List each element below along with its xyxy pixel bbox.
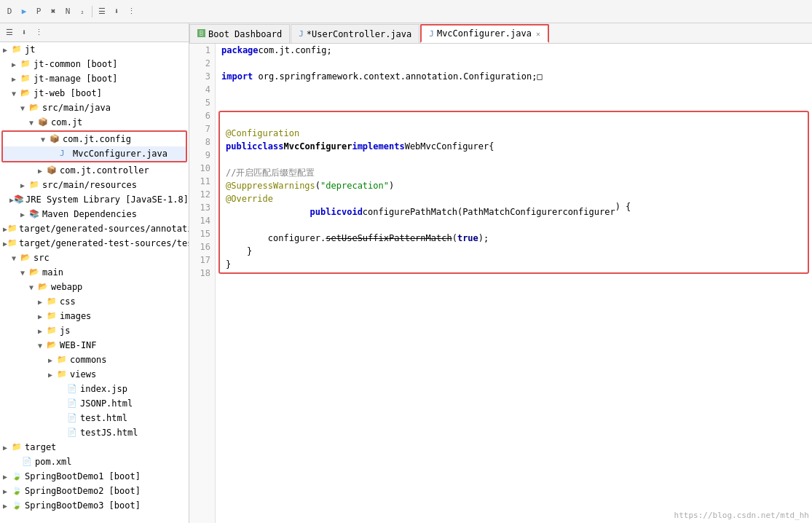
tab-bar: 🅱 Boot Dashboard J *UserController.java … <box>189 23 812 44</box>
tree-item-com-jt-controller[interactable]: ▶ 📦 com.jt.controller <box>0 163 189 178</box>
tree-item-com-jt[interactable]: ▼ 📦 com.jt <box>0 115 189 130</box>
sidebar-icon-down[interactable]: ⬇ <box>17 26 31 39</box>
tree-item-css[interactable]: ▶ 📁 css <box>0 294 189 309</box>
toolbar-icon-x[interactable]: ✖ <box>47 5 60 18</box>
toolbar-icon-d[interactable]: D <box>3 5 16 18</box>
tree-item-src-main-java[interactable]: ▼ 📂 src/main/java <box>0 101 189 115</box>
tree-item-src[interactable]: ▼ 📂 src <box>0 251 189 265</box>
folder-icon: 📂 <box>38 282 50 292</box>
package-icon: 📦 <box>50 134 61 144</box>
line-num-6: 6 <box>189 109 215 122</box>
tree-item-maven[interactable]: ▶ 📚 Maven Dependencies <box>0 207 189 221</box>
tree-item-index-jsp[interactable]: 📄 index.jsp <box>0 382 189 396</box>
toolbar-icon-layout[interactable]: ☰ <box>95 5 109 18</box>
tree-label: Maven Dependencies <box>42 209 137 219</box>
tab-label: Boot Dashboard <box>208 29 282 39</box>
toolbar-icon-play[interactable]: ▶ <box>17 5 31 18</box>
tree-label: target/generated-sources/annotati <box>19 224 189 234</box>
lib-icon: 📚 <box>29 209 41 219</box>
tree-item-webapp[interactable]: ▼ 📂 webapp <box>0 280 189 294</box>
tree-item-images[interactable]: ▶ 📁 images <box>0 309 189 323</box>
line-num-9: 9 <box>189 149 215 162</box>
toolbar-icon-n[interactable]: N <box>61 5 74 18</box>
tree-item-webinf[interactable]: ▼ 📂 WEB-INF <box>0 338 189 353</box>
tab-close-button[interactable]: ✕ <box>536 30 540 38</box>
tree-label: testJS.html <box>80 428 138 438</box>
tree-arrow: ▶ <box>3 502 12 510</box>
code-line-15: configurer.setUseSuffixPatternMatch(true… <box>220 232 808 245</box>
tab-user-controller[interactable]: J *UserController.java <box>291 24 419 43</box>
folder-icon: 📂 <box>29 103 41 113</box>
sidebar-icon-more[interactable]: ⋮ <box>32 26 45 39</box>
line-num-16: 16 <box>189 240 215 253</box>
tree-item-testjs-html[interactable]: 📄 testJS.html <box>0 425 189 440</box>
tree-item-commons[interactable]: ▶ 📁 commons <box>0 353 189 367</box>
code-highlight-box: @Configuration public class MvcConfigure… <box>218 111 809 274</box>
html-file-icon: 📄 <box>67 398 79 409</box>
folder-icon: 📁 <box>29 180 41 190</box>
code-line-6 <box>220 114 808 127</box>
tree-item-jsonp-html[interactable]: 📄 JSONP.html <box>0 396 189 411</box>
tree-label: WEB-INF <box>60 340 97 350</box>
toolbar-icon-more[interactable]: ⋮ <box>125 5 138 18</box>
tree-item-com-jt-config[interactable]: ▼ 📦 com.jt.config <box>3 132 186 146</box>
package-icon: 📦 <box>47 165 58 176</box>
tree-item-pom-xml[interactable]: 📄 pom.xml <box>0 455 189 469</box>
line-num-8: 8 <box>189 135 215 149</box>
tree-item-jre[interactable]: ▶ 📚 JRE System Library [JavaSE-1.8] <box>0 192 189 207</box>
tree-label: jt-common [boot] <box>33 59 118 69</box>
code-line-3: import org.springframework.context.annot… <box>216 70 812 83</box>
tree-item-target-gen[interactable]: ▶ 📁 target/generated-sources/annotati <box>0 221 189 236</box>
tree-arrow: ▶ <box>38 298 47 306</box>
tree-label: main <box>42 267 63 278</box>
line-num-1: 1 <box>189 44 215 57</box>
sidebar-header: ☰ ⬇ ⋮ <box>0 23 189 42</box>
code-line-9 <box>220 153 808 166</box>
tree-item-js[interactable]: ▶ 📁 js <box>0 323 189 338</box>
toolbar-icon-sync[interactable]: ⬇ <box>110 5 123 18</box>
lib-icon: 📚 <box>14 194 24 205</box>
folder-icon: 📁 <box>12 44 23 55</box>
folder-icon: 📁 <box>47 311 58 321</box>
tree-label: SpringBootDemo1 [boot] <box>25 471 141 481</box>
folder-icon: 📂 <box>20 88 32 98</box>
tab-label: MvcConfigurer.java <box>437 28 532 39</box>
toolbar-icon-p[interactable]: P <box>32 5 45 18</box>
tree-label: target/generated-test-sources/test <box>19 238 189 248</box>
tree-label: views <box>70 369 96 380</box>
folder-icon: 📂 <box>20 253 32 263</box>
tab-mvcconfigurer[interactable]: J MvcConfigurer.java ✕ <box>420 24 549 43</box>
tree-item-target[interactable]: ▶ 📁 target <box>0 440 189 455</box>
line-num-12: 12 <box>189 188 215 201</box>
tree-item-jt-manage[interactable]: ▶ 📁 jt-manage [boot] <box>0 71 189 86</box>
tree-item-src-main-resources[interactable]: ▶ 📁 src/main/resources <box>0 178 189 192</box>
tree-arrow: ▼ <box>12 90 20 98</box>
tree-item-target-test[interactable]: ▶ 📁 target/generated-test-sources/test <box>0 236 189 251</box>
line-num-3: 3 <box>189 70 215 83</box>
tree-arrow: ▶ <box>38 312 47 321</box>
tree-item-test-html[interactable]: 📄 test.html <box>0 411 189 425</box>
tab-boot-icon: 🅱 <box>197 29 205 39</box>
toolbar-icon-2[interactable]: ₂ <box>76 5 89 18</box>
folder-icon: 📁 <box>20 74 32 84</box>
tree-item-jt-common[interactable]: ▶ 📁 jt-common [boot] <box>0 57 189 71</box>
tree-item-main[interactable]: ▼ 📂 main <box>0 265 189 280</box>
tree-arrow: ▼ <box>20 104 29 112</box>
tab-label: *UserController.java <box>307 29 412 39</box>
line-num-7: 7 <box>189 122 215 135</box>
tree-item-springbootdemo1[interactable]: ▶ 🍃 SpringBootDemo1 [boot] <box>0 469 189 484</box>
tree-item-jt-web[interactable]: ▼ 📂 jt-web [boot] <box>0 86 189 101</box>
tree-label: js <box>60 326 70 336</box>
folder-icon: 📂 <box>29 267 41 278</box>
tree-item-views[interactable]: ▶ 📁 views <box>0 367 189 382</box>
code-content[interactable]: package com.jt.config; import org.spring… <box>216 44 812 523</box>
tree-item-mvcconfigurer[interactable]: J MvcConfigurer.java <box>3 146 186 161</box>
sidebar-icon-menu[interactable]: ☰ <box>3 26 16 39</box>
boot-icon: 🍃 <box>12 471 23 481</box>
tree-item-springbootdemo2[interactable]: ▶ 🍃 SpringBootDemo2 [boot] <box>0 484 189 498</box>
tree-arrow: ▶ <box>3 487 12 495</box>
tab-boot-dashboard[interactable]: 🅱 Boot Dashboard <box>189 24 290 43</box>
tree-item-springbootdemo3[interactable]: ▶ 🍃 SpringBootDemo3 [boot] <box>0 498 189 513</box>
code-editor[interactable]: 1 2 3 4 5 6 7 8 9 10 11 12 13 14 15 16 1… <box>189 44 812 523</box>
tree-item-jt[interactable]: ▶ 📁 jt <box>0 42 189 57</box>
